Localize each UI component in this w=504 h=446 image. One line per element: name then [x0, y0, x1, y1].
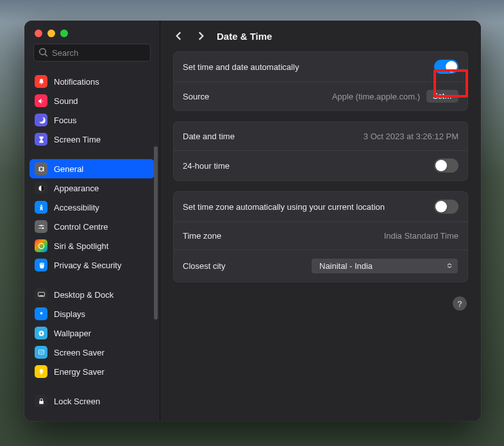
back-button[interactable]: [173, 30, 185, 42]
sidebar-item-label: Lock Screen: [54, 397, 100, 406]
sidebar-item-label: Siri & Spotlight: [54, 241, 108, 251]
siri-icon: [35, 239, 47, 252]
sidebar-item-label: General: [54, 164, 83, 174]
sidebar-nav[interactable]: Notifications Sound Focus Screen Time Ge…: [24, 68, 160, 421]
sidebar-item-label: Accessibility: [54, 203, 99, 212]
sidebar-item-desktop-dock[interactable]: Desktop & Dock: [29, 285, 155, 304]
sidebar-item-label: Sound: [54, 96, 78, 106]
date-time-label: Date and time: [183, 132, 235, 141]
speaker-icon: [35, 94, 47, 107]
date-time-value: 3 Oct 2023 at 3:26:12 PM: [364, 132, 458, 141]
source-label: Source: [183, 92, 209, 101]
auto-time-toggle[interactable]: [434, 60, 458, 74]
accessibility-icon: [35, 201, 47, 214]
city-label: Closest city: [183, 261, 225, 271]
sidebar-item-siri-spotlight[interactable]: Siri & Spotlight: [29, 236, 155, 255]
sidebar-item-control-centre[interactable]: Control Centre: [29, 217, 155, 236]
forward-button[interactable]: [195, 30, 206, 42]
minimize-window-button[interactable]: [47, 30, 55, 37]
card-time-zone: Set time zone automatically using your c…: [173, 191, 468, 282]
card-date-time: Date and time 3 Oct 2023 at 3:26:12 PM 2…: [173, 121, 468, 181]
sidebar-item-displays[interactable]: Displays: [29, 304, 155, 323]
close-window-button[interactable]: [35, 30, 42, 37]
panel-header: Date & Time: [160, 21, 481, 51]
twentyfour-toggle[interactable]: [434, 159, 458, 173]
appearance-icon: [35, 182, 47, 194]
sidebar-item-label: Displays: [54, 309, 85, 319]
svg-point-3: [42, 227, 43, 228]
auto-time-label: Set time and date automatically: [183, 62, 299, 72]
sidebar-item-label: Screen Saver: [54, 348, 105, 357]
search-input[interactable]: [33, 44, 151, 62]
auto-tz-toggle[interactable]: [434, 200, 458, 214]
sidebar-item-energy-saver[interactable]: Energy Saver: [29, 362, 155, 381]
sidebar-item-notifications[interactable]: Notifications: [29, 72, 155, 91]
moon-icon: [35, 114, 47, 126]
wallpaper-icon: [35, 327, 47, 339]
tz-value: India Standard Time: [384, 231, 458, 241]
window-controls: [24, 21, 160, 44]
sidebar-item-label: Screen Time: [54, 135, 101, 144]
svg-point-4: [38, 243, 44, 248]
closest-city-select[interactable]: Nainital - India: [311, 258, 458, 274]
twentyfour-label: 24-hour time: [183, 161, 230, 171]
sidebar-item-screen-saver[interactable]: Screen Saver: [29, 343, 155, 362]
chevron-updown-icon: [446, 262, 453, 269]
panel-body: Set time and date automatically Source A…: [160, 51, 481, 323]
display-icon: [35, 307, 47, 320]
sliders-icon: [35, 220, 47, 233]
gear-icon: [35, 162, 47, 175]
sidebar-item-label: Control Centre: [54, 222, 108, 232]
search-icon: [38, 47, 49, 58]
screensaver-icon: [35, 346, 47, 359]
sidebar-item-accessibility[interactable]: Accessibility: [29, 198, 155, 217]
sidebar-item-label: Focus: [54, 116, 76, 125]
source-value: Apple (time.apple.com.): [332, 92, 420, 101]
sidebar-scrollbar[interactable]: [154, 146, 158, 320]
source-set-button[interactable]: Set…: [426, 90, 458, 103]
sidebar-item-focus[interactable]: Focus: [29, 110, 155, 130]
sidebar-item-privacy-security[interactable]: Privacy & Security: [29, 255, 155, 275]
sidebar-item-label: Privacy & Security: [54, 261, 121, 270]
svg-point-1: [40, 205, 42, 206]
system-settings-window: Notifications Sound Focus Screen Time Ge…: [24, 21, 481, 421]
sidebar-item-label: Desktop & Dock: [54, 290, 113, 300]
bulb-icon: [35, 365, 47, 378]
sidebar-item-label: Appearance: [54, 184, 99, 193]
hourglass-icon: [35, 133, 47, 146]
sidebar-item-wallpaper[interactable]: Wallpaper: [29, 323, 155, 343]
lock-icon: [35, 395, 47, 407]
fullscreen-window-button[interactable]: [60, 30, 68, 37]
bell-icon: [35, 75, 47, 88]
auto-tz-label: Set time zone automatically using your c…: [183, 202, 385, 212]
content-panel: Date & Time Set time and date automatica…: [160, 21, 481, 421]
help-button[interactable]: ?: [453, 296, 467, 311]
sidebar-item-label: Energy Saver: [54, 367, 105, 377]
sidebar-item-appearance[interactable]: Appearance: [29, 178, 155, 198]
sidebar-item-screen-time[interactable]: Screen Time: [29, 130, 155, 149]
sidebar-item-label: Wallpaper: [54, 329, 91, 338]
svg-point-2: [40, 225, 42, 226]
sidebar-item-label: Notifications: [54, 77, 99, 87]
page-title: Date & Time: [217, 31, 272, 42]
dock-icon: [35, 288, 47, 301]
card-auto-time: Set time and date automatically Source A…: [173, 51, 468, 111]
svg-rect-6: [39, 295, 44, 296]
sidebar-item-sound[interactable]: Sound: [29, 91, 155, 110]
tz-label: Time zone: [183, 231, 221, 241]
hand-icon: [35, 259, 47, 271]
sidebar: Notifications Sound Focus Screen Time Ge…: [24, 21, 160, 421]
sidebar-item-general[interactable]: General: [29, 159, 155, 178]
sidebar-item-lock-screen[interactable]: Lock Screen: [29, 391, 155, 411]
closest-city-value: Nainital - India: [319, 261, 373, 271]
